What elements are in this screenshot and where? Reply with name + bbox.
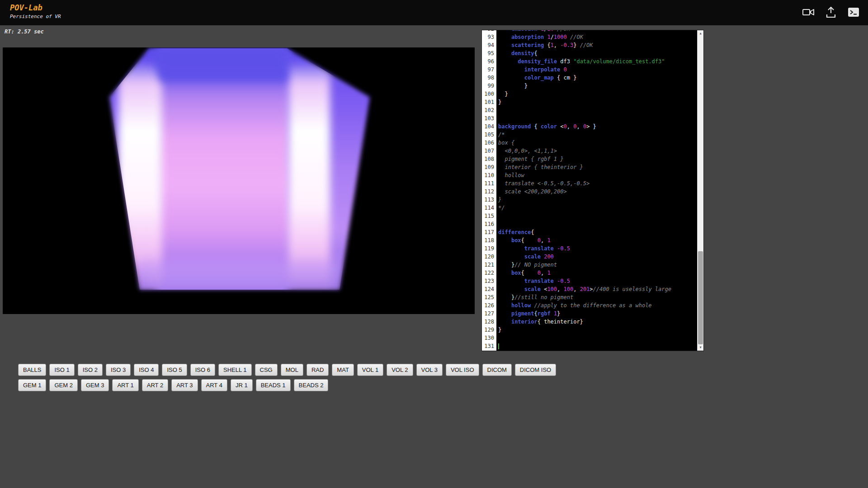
code-line[interactable]: 114*/ — [482, 205, 697, 213]
scene-button-vol-2[interactable]: VOL 2 — [387, 364, 413, 376]
line-number: 106 — [482, 140, 496, 148]
scene-button-mol[interactable]: MOL — [281, 364, 303, 376]
line-number: 99 — [482, 83, 496, 91]
code-text: density_file df3 "data/volume/dicom_test… — [496, 58, 697, 66]
code-line[interactable]: 105/* — [482, 131, 697, 140]
upload-icon[interactable] — [825, 6, 837, 18]
code-line[interactable]: 126 hollow //apply to the difference as … — [482, 302, 697, 310]
scene-button-jr-1[interactable]: JR 1 — [231, 379, 253, 391]
code-line[interactable]: 93 absorption 1/1000 //OK — [482, 34, 697, 42]
scene-button-art-1[interactable]: ART 1 — [112, 379, 138, 391]
code-line[interactable]: 100 } — [482, 91, 697, 99]
scene-button-iso-5[interactable]: ISO 5 — [162, 364, 187, 376]
scene-button-dicom-iso[interactable]: DICOM ISO — [515, 364, 556, 376]
code-line[interactable]: 92 emission 1/20 //OK — [482, 30, 697, 34]
scene-button-vol-3[interactable]: VOL 3 — [416, 364, 443, 376]
scene-button-gem-1[interactable]: GEM 1 — [18, 379, 46, 391]
code-line[interactable]: 106box { — [482, 140, 697, 148]
scene-button-csg[interactable]: CSG — [255, 364, 278, 376]
code-line[interactable]: 95 density{ — [482, 50, 697, 58]
code-line[interactable]: 97 interpolate 0 — [482, 66, 697, 75]
code-line[interactable]: 115 — [482, 213, 697, 221]
code-text: translate -0.5 — [496, 278, 697, 286]
line-number: 109 — [482, 164, 496, 172]
code-line[interactable]: 113} — [482, 197, 697, 205]
line-number: 107 — [482, 148, 496, 156]
code-line[interactable]: 129} — [482, 327, 697, 335]
code-line[interactable]: 103 — [482, 115, 697, 123]
scrollbar-up-arrow[interactable]: ▲ — [698, 30, 703, 37]
line-number: 94 — [482, 42, 496, 50]
scrollbar-down-arrow[interactable]: ▼ — [698, 344, 703, 351]
code-text: scattering {1, -0.3} //OK — [496, 42, 697, 50]
code-line[interactable]: 122 box{ 0, 1 — [482, 270, 697, 278]
code-editor[interactable]: 92 emission 1/20 //OK93 absorption 1/100… — [481, 30, 704, 351]
scene-button-iso-3[interactable]: ISO 3 — [106, 364, 131, 376]
code-line[interactable]: 104background { color <0, 0, 0> } — [482, 123, 697, 131]
code-line[interactable]: 116 — [482, 221, 697, 229]
code-line[interactable]: 119 translate -0.5 — [482, 245, 697, 253]
code-line[interactable]: 121 }// NO pigment — [482, 262, 697, 270]
code-line[interactable]: 96 density_file df3 "data/volume/dicom_t… — [482, 58, 697, 66]
code-line[interactable]: 94 scattering {1, -0.3} //OK — [482, 42, 697, 50]
code-line[interactable]: 128 interior{ theinterior} — [482, 319, 697, 327]
code-line[interactable]: 111 translate <-0.5,-0.5,-0.5> — [482, 180, 697, 188]
scene-button-vol-iso[interactable]: VOL ISO — [446, 364, 479, 376]
scene-button-iso-2[interactable]: ISO 2 — [78, 364, 103, 376]
code-line[interactable]: 124 scale <100, 100, 201>//400 is useles… — [482, 286, 697, 294]
code-text: translate -0.5 — [496, 245, 697, 253]
code-line[interactable]: 130 — [482, 335, 697, 343]
code-line[interactable]: 120 scale 200 — [482, 253, 697, 262]
code-line[interactable]: 102 — [482, 107, 697, 115]
line-number: 120 — [482, 253, 496, 262]
code-line[interactable]: 123 translate -0.5 — [482, 278, 697, 286]
code-line[interactable]: 99 } — [482, 83, 697, 91]
line-number: 130 — [482, 335, 496, 343]
scene-button-beads-2[interactable]: BEADS 2 — [294, 379, 329, 391]
code-text: scale <200,200,200> — [496, 188, 697, 197]
code-line[interactable]: 101} — [482, 99, 697, 107]
terminal-icon[interactable] — [847, 6, 860, 18]
code-text: interpolate 0 — [496, 66, 697, 75]
scene-button-iso-6[interactable]: ISO 6 — [190, 364, 215, 376]
scene-button-balls[interactable]: BALLS — [18, 364, 46, 376]
scene-button-gem-2[interactable]: GEM 2 — [49, 379, 77, 391]
scene-button-art-2[interactable]: ART 2 — [142, 379, 168, 391]
header-toolbar — [802, 6, 860, 18]
code-line[interactable]: 108 pigment { rgbf 1 } — [482, 156, 697, 164]
code-text: } — [496, 99, 697, 107]
code-line[interactable]: 117difference{ — [482, 229, 697, 237]
scene-button-beads-1[interactable]: BEADS 1 — [256, 379, 291, 391]
line-number: 100 — [482, 91, 496, 99]
scene-button-mat[interactable]: MAT — [332, 364, 354, 376]
code-text — [496, 107, 697, 115]
scene-button-iso-1[interactable]: ISO 1 — [49, 364, 74, 376]
code-line[interactable]: 109 interior { theinterior } — [482, 164, 697, 172]
scene-button-art-4[interactable]: ART 4 — [201, 379, 227, 391]
scrollbar-thumb[interactable] — [698, 251, 703, 344]
scene-buttons-row1: BALLSISO 1ISO 2ISO 3ISO 4ISO 5ISO 6SHELL… — [18, 364, 556, 376]
scene-button-iso-4[interactable]: ISO 4 — [134, 364, 159, 376]
editor-scrollbar[interactable]: ▲ ▼ — [697, 30, 703, 351]
code-text: } — [496, 327, 697, 335]
code-text: hollow — [496, 172, 697, 180]
code-line[interactable]: 127 pigment{rgbf 1} — [482, 310, 697, 319]
code-line[interactable]: 118 box{ 0, 1 — [482, 237, 697, 245]
code-line[interactable]: 107 <0,0,0>, <1,1,1> — [482, 148, 697, 156]
line-number: 95 — [482, 50, 496, 58]
code-line[interactable]: 131 — [482, 343, 697, 351]
code-line[interactable]: 98 color_map { cm } — [482, 75, 697, 83]
code-line[interactable]: 110 hollow — [482, 172, 697, 180]
scene-button-art-3[interactable]: ART 3 — [171, 379, 198, 391]
scene-button-gem-3[interactable]: GEM 3 — [81, 379, 109, 391]
scene-button-vol-1[interactable]: VOL 1 — [357, 364, 383, 376]
code-line[interactable]: 125 }//still no pigment — [482, 294, 697, 302]
line-number: 131 — [482, 343, 496, 351]
video-camera-icon[interactable] — [802, 6, 815, 18]
scene-button-rad[interactable]: RAD — [307, 364, 329, 376]
scene-button-shell-1[interactable]: SHELL 1 — [218, 364, 252, 376]
scene-button-dicom[interactable]: DICOM — [482, 364, 512, 376]
line-number: 119 — [482, 245, 496, 253]
editor-body[interactable]: 92 emission 1/20 //OK93 absorption 1/100… — [482, 30, 697, 351]
code-line[interactable]: 112 scale <200,200,200> — [482, 188, 697, 197]
